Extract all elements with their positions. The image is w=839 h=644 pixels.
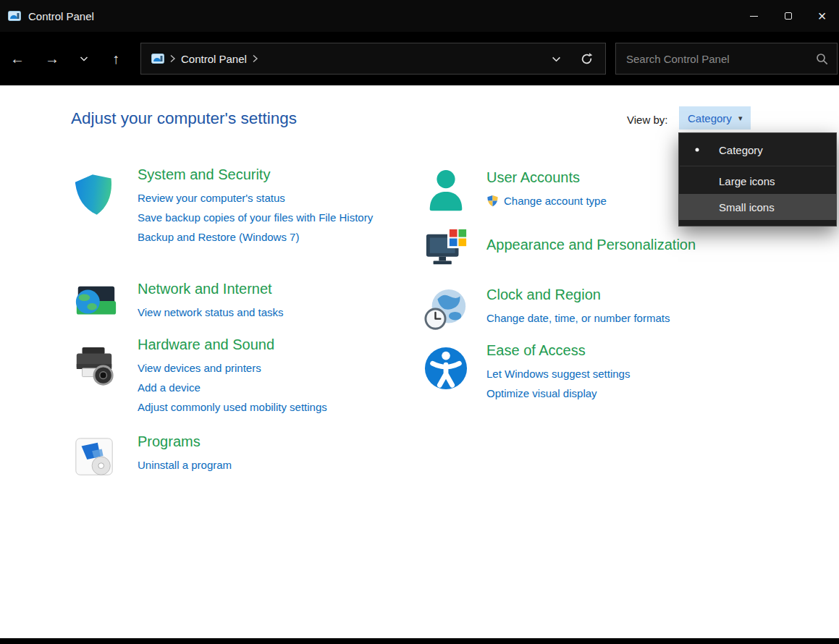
category-title-appearance[interactable]: Appearance and Personalization (486, 237, 785, 253)
recent-locations-chevron-icon[interactable] (69, 43, 98, 75)
menu-item-label: Large icons (719, 175, 775, 187)
link-change-date-time-formats[interactable]: Change date, time, or number formats (486, 308, 764, 328)
view-by-menu: Category Large icons Small icons (678, 132, 837, 226)
programs-box-icon[interactable] (71, 436, 117, 483)
forward-button[interactable]: → (35, 43, 69, 75)
menu-item-small-icons[interactable]: Small icons (679, 194, 836, 220)
link-review-computer-status[interactable]: Review your computer's status (138, 188, 376, 208)
category-clock-and-region: Clock and Region Change date, time, or n… (423, 284, 764, 328)
category-title-system-security[interactable]: System and Security (138, 166, 404, 183)
maximize-icon (785, 12, 792, 20)
breadcrumb-control-panel[interactable]: Control Panel (181, 53, 247, 65)
network-globe-icon[interactable] (72, 281, 119, 330)
link-label: Change account type (504, 191, 607, 211)
search-input[interactable] (625, 52, 816, 66)
search-icon[interactable] (816, 53, 828, 65)
minimize-icon (750, 16, 758, 17)
category-system-and-security: System and Security Review your computer… (71, 161, 404, 247)
link-view-devices-printers[interactable]: View devices and printers (138, 358, 376, 378)
monitor-colors-icon[interactable] (423, 227, 470, 275)
up-button[interactable]: ↑ (98, 43, 133, 75)
refresh-icon[interactable] (580, 52, 594, 66)
link-mobility-settings[interactable]: Adjust commonly used mobility settings (138, 397, 376, 417)
menu-item-label: Category (719, 144, 763, 156)
menu-item-category[interactable]: Category (679, 135, 836, 164)
selected-bullet-icon (696, 148, 699, 152)
category-title-network-internet[interactable]: Network and Internet (138, 281, 404, 297)
link-backup-and-restore[interactable]: Backup and Restore (Windows 7) (138, 227, 376, 247)
link-optimize-visual-display[interactable]: Optimize visual display (486, 384, 764, 403)
link-view-network-status[interactable]: View network status and tasks (138, 302, 376, 322)
uac-shield-icon (486, 195, 499, 207)
breadcrumb-chevron-icon (169, 54, 176, 63)
category-hardware-and-sound: Hardware and Sound View devices and prin… (71, 334, 404, 417)
category-appearance-personalization: Appearance and Personalization (423, 224, 785, 258)
link-uninstall-a-program[interactable]: Uninstall a program (138, 455, 376, 475)
address-bar[interactable]: Control Panel (140, 43, 606, 75)
window-controls: × (737, 0, 839, 32)
page-title: Adjust your computer's settings (71, 109, 297, 128)
category-title-programs[interactable]: Programs (138, 433, 404, 450)
menu-item-large-icons[interactable]: Large icons (679, 168, 836, 194)
category-network-and-internet: Network and Internet View network status… (71, 278, 404, 322)
chevron-down-icon: ▾ (738, 114, 743, 123)
security-shield-icon[interactable] (69, 169, 122, 224)
close-icon: × (818, 9, 827, 23)
category-title-clock-region[interactable]: Clock and Region (486, 287, 764, 303)
view-by-label: View by: (627, 114, 667, 126)
link-let-windows-suggest[interactable]: Let Windows suggest settings (486, 364, 764, 384)
breadcrumb-chevron-icon[interactable] (252, 54, 258, 63)
control-panel-icon (8, 9, 21, 22)
maximize-button[interactable] (771, 0, 805, 32)
globe-clock-icon[interactable] (423, 287, 470, 336)
view-by-dropdown[interactable]: Category ▾ (679, 106, 751, 130)
printer-camera-icon[interactable] (71, 344, 117, 392)
view-by-value: Category (688, 112, 732, 124)
accessibility-icon[interactable] (423, 346, 468, 394)
navigation-toolbar: ← → ↑ Control Panel (0, 32, 839, 85)
category-programs: Programs Uninstall a program (71, 431, 404, 475)
address-dropdown-chevron-icon[interactable] (552, 54, 561, 64)
menu-separator (680, 166, 835, 166)
control-panel-icon (151, 52, 164, 65)
minimize-button[interactable] (737, 0, 771, 32)
category-title-ease-of-access[interactable]: Ease of Access (486, 342, 764, 359)
back-button[interactable]: ← (0, 43, 35, 75)
category-title-hardware-sound[interactable]: Hardware and Sound (138, 336, 404, 353)
menu-item-label: Small icons (719, 201, 775, 213)
window-title: Control Panel (28, 10, 94, 22)
link-file-history-backup[interactable]: Save backup copies of your files with Fi… (138, 208, 376, 227)
window-bottom-border (0, 638, 839, 644)
user-silhouette-icon[interactable] (423, 168, 468, 217)
title-bar: Control Panel × (0, 0, 839, 32)
search-box (615, 43, 838, 75)
close-button[interactable]: × (805, 0, 839, 32)
link-add-a-device[interactable]: Add a device (138, 378, 376, 397)
category-ease-of-access: Ease of Access Let Windows suggest setti… (423, 340, 764, 403)
